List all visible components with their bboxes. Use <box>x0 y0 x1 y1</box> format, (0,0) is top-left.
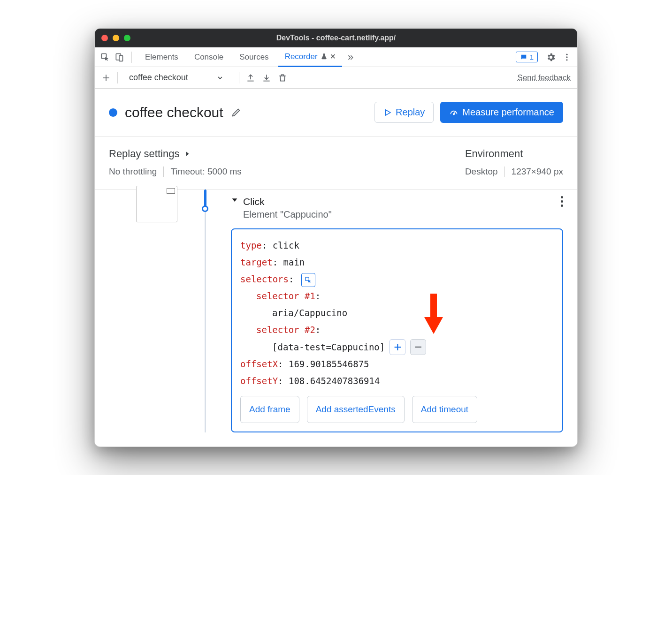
export-icon[interactable] <box>246 73 255 83</box>
gauge-icon <box>449 108 458 117</box>
annotation-arrow <box>423 294 444 336</box>
minimize-window-button[interactable] <box>113 35 119 41</box>
dimensions-value: 1237×940 px <box>512 167 563 177</box>
selector-1-value[interactable]: aria/Cappucino <box>272 308 347 318</box>
replay-settings[interactable]: Replay settings No throttling Timeout: 5… <box>109 148 242 177</box>
remove-selector-button[interactable]: − <box>410 339 426 355</box>
play-icon <box>383 108 392 117</box>
flask-icon <box>321 53 328 60</box>
devtools-window: DevTools - coffee-cart.netlify.app/ Elem… <box>94 28 578 447</box>
recording-title: coffee checkout <box>125 105 223 121</box>
close-tab-icon[interactable]: × <box>330 51 336 62</box>
step-menu-icon[interactable] <box>561 196 563 207</box>
tab-recorder[interactable]: Recorder × <box>278 48 343 67</box>
tab-console[interactable]: Console <box>188 47 230 67</box>
recording-select[interactable]: coffee checkout <box>124 71 232 84</box>
device-toggle-icon[interactable] <box>114 52 125 63</box>
device-value: Desktop <box>465 167 498 177</box>
offsetx-value[interactable]: 169.90185546875 <box>289 359 369 369</box>
throttling-value: No throttling <box>109 167 157 177</box>
send-feedback-link[interactable]: Send feedback <box>518 73 571 83</box>
svg-point-5 <box>566 59 567 61</box>
window-controls <box>101 35 130 41</box>
timeline: Click Element "Cappucino" type: click ta… <box>95 189 577 447</box>
settings-row: Replay settings No throttling Timeout: 5… <box>95 136 577 189</box>
add-frame-button[interactable]: Add frame <box>240 396 299 423</box>
add-selector-button[interactable]: + <box>389 339 405 355</box>
chevron-right-icon <box>184 151 191 157</box>
tab-sources[interactable]: Sources <box>233 47 275 67</box>
panel-tabbar: Elements Console Sources Recorder × » 1 <box>95 47 577 67</box>
selector-2-value[interactable]: [data-test=Cappucino] <box>272 339 385 356</box>
step-editor-panel: type: click target: main selectors: sele… <box>231 228 563 432</box>
close-window-button[interactable] <box>101 35 108 41</box>
timeline-dot <box>202 205 208 212</box>
svg-point-4 <box>566 56 567 58</box>
divider <box>117 72 118 83</box>
divider <box>239 72 239 83</box>
step-action: Click <box>243 196 332 207</box>
offsety-value[interactable]: 108.6452407836914 <box>289 376 380 386</box>
step-thumbnail <box>136 186 177 222</box>
svg-rect-2 <box>119 55 123 61</box>
chevron-down-icon <box>216 74 224 82</box>
chat-icon <box>520 53 527 61</box>
settings-icon[interactable] <box>545 52 557 63</box>
svg-point-6 <box>453 114 455 115</box>
delete-icon[interactable] <box>278 73 287 83</box>
recorder-toolbar: coffee checkout Send feedback <box>95 67 577 89</box>
inspect-icon[interactable] <box>99 52 111 63</box>
environment-settings: Environment Desktop 1237×940 px <box>465 148 563 177</box>
new-recording-icon[interactable] <box>101 73 111 83</box>
timeline-rail <box>193 189 231 432</box>
step-target-value[interactable]: main <box>283 257 305 267</box>
titlebar: DevTools - coffee-cart.netlify.app/ <box>95 29 577 47</box>
step-type-value[interactable]: click <box>273 240 299 250</box>
step-header[interactable]: Click Element "Cappucino" <box>231 196 563 220</box>
replay-button[interactable]: Replay <box>374 102 434 123</box>
timeout-value: Timeout: 5000 ms <box>170 167 241 177</box>
more-menu-icon[interactable] <box>561 52 573 63</box>
status-dot <box>109 108 117 117</box>
divider <box>131 52 132 63</box>
tab-elements[interactable]: Elements <box>138 47 185 67</box>
more-tabs-icon[interactable]: » <box>345 52 356 63</box>
edit-title-icon[interactable] <box>231 107 241 118</box>
measure-performance-button[interactable]: Measure performance <box>440 102 563 123</box>
feedback-badge[interactable]: 1 <box>516 52 538 62</box>
maximize-window-button[interactable] <box>124 35 130 41</box>
recording-header: coffee checkout Replay Measure performan… <box>95 89 577 136</box>
add-timeout-button[interactable]: Add timeout <box>412 396 477 423</box>
window-title: DevTools - coffee-cart.netlify.app/ <box>101 34 571 42</box>
add-asserted-events-button[interactable]: Add assertedEvents <box>307 396 405 423</box>
collapse-icon[interactable] <box>231 196 238 204</box>
svg-rect-8 <box>430 294 437 318</box>
step-subtitle: Element "Cappucino" <box>243 209 332 220</box>
svg-point-3 <box>566 53 567 55</box>
element-picker-button[interactable] <box>301 273 315 287</box>
import-icon[interactable] <box>262 73 271 83</box>
